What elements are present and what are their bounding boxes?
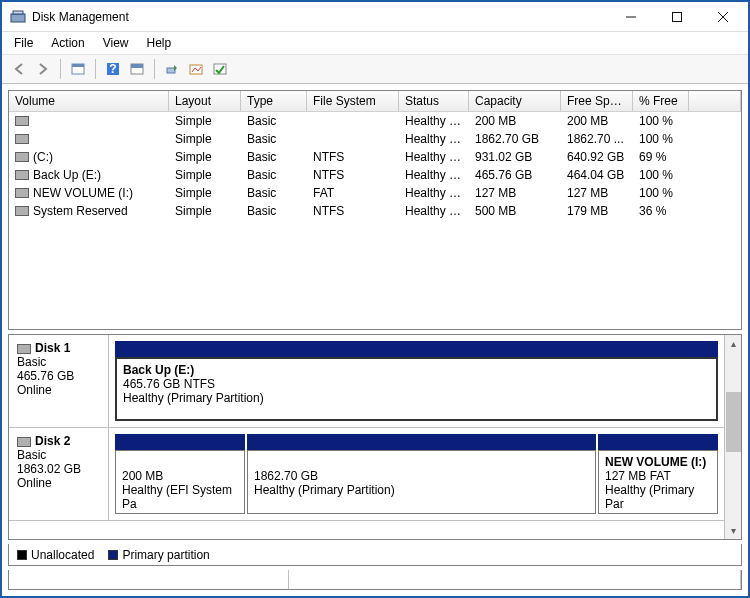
col-volume[interactable]: Volume	[9, 91, 169, 111]
menubar: File Action View Help	[2, 32, 748, 54]
volume-name: System Reserved	[33, 204, 128, 218]
settings-button[interactable]	[67, 58, 89, 80]
disk2-header[interactable]: Disk 2 Basic 1863.02 GB Online	[9, 428, 109, 520]
action-button[interactable]	[185, 58, 207, 80]
volume-status: Healthy (P...	[399, 165, 469, 185]
volume-layout: Simple	[169, 111, 241, 131]
legend-unallocated: Unallocated	[17, 548, 94, 562]
forward-button[interactable]	[32, 58, 54, 80]
minimize-button[interactable]	[608, 3, 654, 31]
volume-capacity: 1862.70 GB	[469, 129, 561, 149]
volume-fs	[307, 136, 399, 142]
toolbar-separator	[154, 59, 155, 79]
svg-rect-11	[131, 64, 143, 68]
volume-row[interactable]: System ReservedSimpleBasicNTFSHealthy (S…	[9, 202, 741, 220]
svg-rect-12	[167, 68, 175, 73]
disk-management-window: Disk Management File Action View Help ? …	[0, 0, 750, 598]
legend-primary: Primary partition	[108, 548, 209, 562]
help-button[interactable]: ?	[102, 58, 124, 80]
disk1-partition-1[interactable]: Back Up (E:) 465.76 GB NTFS Healthy (Pri…	[115, 341, 718, 421]
disk1-type: Basic	[17, 355, 100, 369]
legend: Unallocated Primary partition	[8, 544, 742, 566]
volume-type: Basic	[241, 183, 307, 203]
col-layout[interactable]: Layout	[169, 91, 241, 111]
col-capacity[interactable]: Capacity	[469, 91, 561, 111]
partition-name: Back Up (E:)	[123, 363, 710, 377]
disk2-partition-3[interactable]: NEW VOLUME (I:) 127 MB FAT Healthy (Prim…	[598, 434, 718, 514]
col-spacer	[689, 91, 741, 111]
close-button[interactable]	[700, 3, 746, 31]
volume-icon	[15, 152, 29, 162]
disk-row-2[interactable]: Disk 2 Basic 1863.02 GB Online 200 MB He…	[9, 428, 724, 521]
disk2-type: Basic	[17, 448, 100, 462]
refresh-button[interactable]	[161, 58, 183, 80]
volume-status: Healthy (P...	[399, 129, 469, 149]
list-button[interactable]	[209, 58, 231, 80]
window-title: Disk Management	[32, 10, 608, 24]
disk-row-1[interactable]: Disk 1 Basic 465.76 GB Online Back Up (E…	[9, 335, 724, 428]
disk2-partition-2[interactable]: 1862.70 GB Healthy (Primary Partition)	[247, 434, 596, 514]
menu-help[interactable]: Help	[139, 34, 180, 52]
volume-free: 127 MB	[561, 183, 633, 203]
volume-row[interactable]: (C:)SimpleBasicNTFSHealthy (B...931.02 G…	[9, 148, 741, 166]
volume-free: 640.92 GB	[561, 147, 633, 167]
content-area: Volume Layout Type File System Status Ca…	[2, 84, 748, 596]
app-icon	[10, 9, 26, 25]
partition-status: Healthy (Primary Partition)	[123, 391, 710, 405]
svg-rect-3	[673, 12, 682, 21]
vertical-scrollbar[interactable]: ▴ ▾	[724, 335, 741, 539]
volume-status: Healthy (P...	[399, 183, 469, 203]
volume-fs	[307, 118, 399, 124]
col-pctfree[interactable]: % Free	[633, 91, 689, 111]
volume-fs: NTFS	[307, 201, 399, 221]
scroll-up-icon[interactable]: ▴	[725, 335, 741, 352]
partition-name: NEW VOLUME (I:)	[605, 455, 711, 469]
volume-icon	[15, 134, 29, 144]
volume-row[interactable]: SimpleBasicHealthy (E...200 MB200 MB100 …	[9, 112, 741, 130]
svg-rect-0	[11, 14, 25, 22]
volume-pct: 100 %	[633, 129, 689, 149]
volume-fs: NTFS	[307, 165, 399, 185]
disk-graphical-view: Disk 1 Basic 465.76 GB Online Back Up (E…	[8, 334, 742, 540]
maximize-button[interactable]	[654, 3, 700, 31]
volume-grid[interactable]: Volume Layout Type File System Status Ca…	[8, 90, 742, 330]
partition-size: 127 MB FAT	[605, 469, 711, 483]
disk2-state: Online	[17, 476, 100, 490]
volume-free: 464.04 GB	[561, 165, 633, 185]
disk1-header[interactable]: Disk 1 Basic 465.76 GB Online	[9, 335, 109, 427]
scroll-thumb[interactable]	[726, 392, 741, 452]
volume-icon	[15, 116, 29, 126]
disk1-state: Online	[17, 383, 100, 397]
menu-file[interactable]: File	[6, 34, 41, 52]
volume-row[interactable]: NEW VOLUME (I:)SimpleBasicFATHealthy (P.…	[9, 184, 741, 202]
volume-layout: Simple	[169, 201, 241, 221]
col-free[interactable]: Free Spa...	[561, 91, 633, 111]
volume-row[interactable]: SimpleBasicHealthy (P...1862.70 GB1862.7…	[9, 130, 741, 148]
scroll-down-icon[interactable]: ▾	[725, 522, 741, 539]
volume-layout: Simple	[169, 183, 241, 203]
partition-status: Healthy (EFI System Pa	[122, 483, 238, 511]
grid-header: Volume Layout Type File System Status Ca…	[9, 91, 741, 112]
volume-pct: 36 %	[633, 201, 689, 221]
menu-action[interactable]: Action	[43, 34, 92, 52]
volume-icon	[15, 206, 29, 216]
volume-name: Back Up (E:)	[33, 168, 101, 182]
disk2-name: Disk 2	[35, 434, 70, 448]
volume-free: 179 MB	[561, 201, 633, 221]
col-filesystem[interactable]: File System	[307, 91, 399, 111]
col-status[interactable]: Status	[399, 91, 469, 111]
view-top-button[interactable]	[126, 58, 148, 80]
menu-view[interactable]: View	[95, 34, 137, 52]
volume-capacity: 465.76 GB	[469, 165, 561, 185]
toolbar: ?	[2, 54, 748, 84]
volume-pct: 100 %	[633, 165, 689, 185]
volume-type: Basic	[241, 201, 307, 221]
col-type[interactable]: Type	[241, 91, 307, 111]
disk2-partition-1[interactable]: 200 MB Healthy (EFI System Pa	[115, 434, 245, 514]
volume-icon	[15, 170, 29, 180]
volume-icon	[15, 188, 29, 198]
disk-icon	[17, 437, 31, 447]
volume-row[interactable]: Back Up (E:)SimpleBasicNTFSHealthy (P...…	[9, 166, 741, 184]
volume-type: Basic	[241, 147, 307, 167]
back-button[interactable]	[8, 58, 30, 80]
